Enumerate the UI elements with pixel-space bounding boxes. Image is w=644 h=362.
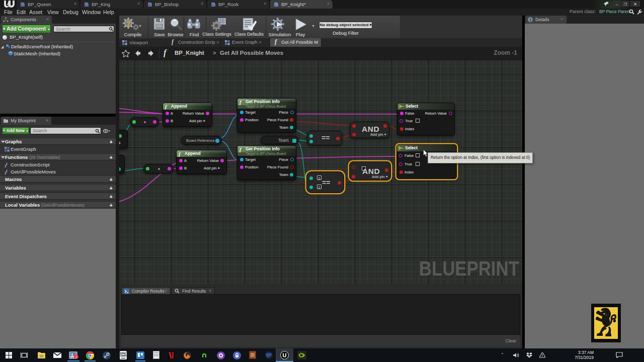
- svg-text:?: ?: [126, 20, 131, 28]
